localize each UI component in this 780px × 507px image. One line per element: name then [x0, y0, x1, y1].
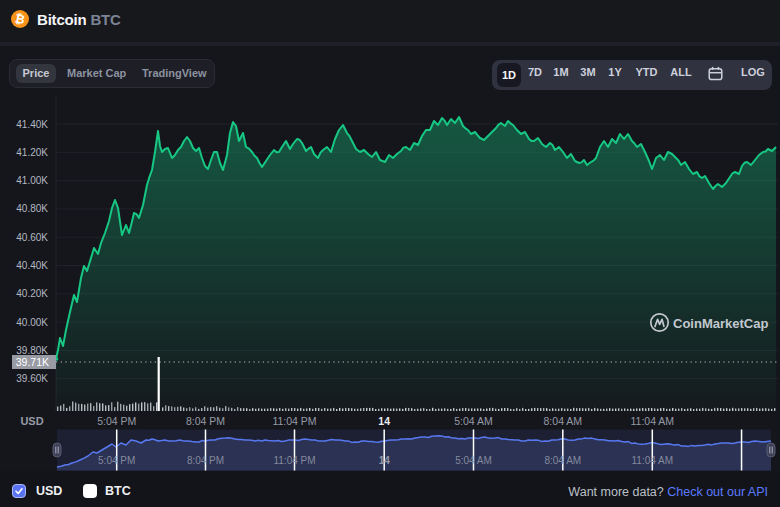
svg-text:41.20K: 41.20K [16, 147, 48, 158]
svg-text:8:04 PM: 8:04 PM [186, 415, 225, 427]
svg-text:11:04 PM: 11:04 PM [273, 455, 315, 466]
svg-text:CoinMarketCap: CoinMarketCap [673, 316, 768, 331]
svg-text:8:04 AM: 8:04 AM [544, 455, 581, 466]
svg-text:39.60K: 39.60K [16, 373, 48, 384]
svg-text:8:04 AM: 8:04 AM [544, 415, 583, 427]
svg-text:14: 14 [379, 455, 391, 466]
svg-text:11:04 AM: 11:04 AM [632, 455, 674, 466]
svg-text:40.40K: 40.40K [16, 260, 48, 271]
svg-text:14: 14 [378, 415, 390, 427]
svg-text:5:04 AM: 5:04 AM [454, 415, 493, 427]
svg-text:5:04 AM: 5:04 AM [455, 455, 492, 466]
svg-text:8:04 PM: 8:04 PM [187, 455, 224, 466]
svg-text:40.60K: 40.60K [16, 232, 48, 243]
svg-text:USD: USD [20, 415, 43, 427]
svg-text:5:04 PM: 5:04 PM [98, 455, 135, 466]
svg-text:40.80K: 40.80K [16, 203, 48, 214]
svg-text:39.71K: 39.71K [16, 356, 49, 368]
svg-text:40.20K: 40.20K [16, 288, 48, 299]
svg-text:11:04 PM: 11:04 PM [272, 415, 316, 427]
svg-text:39.80K: 39.80K [16, 345, 48, 356]
svg-text:41.40K: 41.40K [16, 119, 48, 130]
svg-text:11:04 AM: 11:04 AM [631, 415, 675, 427]
svg-text:41.00K: 41.00K [16, 175, 48, 186]
svg-text:5:04 PM: 5:04 PM [97, 415, 136, 427]
svg-text:40.00K: 40.00K [16, 317, 48, 328]
